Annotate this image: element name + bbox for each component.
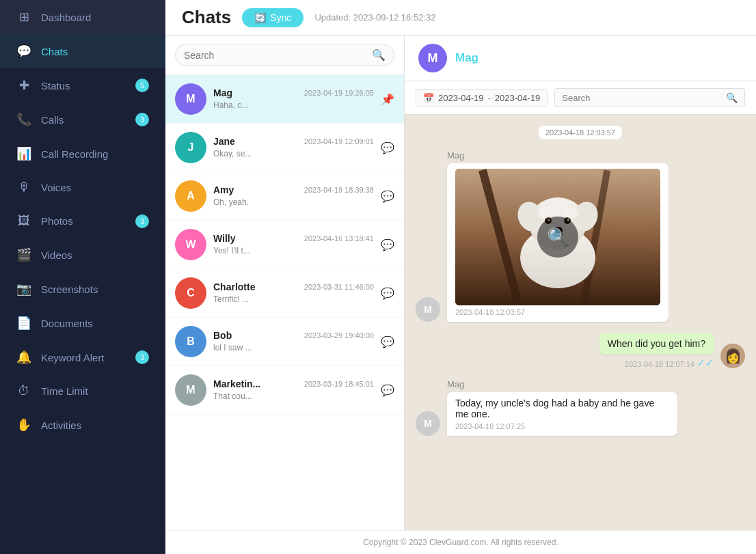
sidebar-item-label: Status (41, 80, 126, 92)
date-range-wrap: 📅 2023-04-19 - 2023-04-19 (416, 89, 548, 107)
avatar: M (175, 83, 206, 115)
message-icon: 💬 (381, 238, 394, 251)
message-sender: Mag (447, 379, 677, 389)
sidebar-item-label: Activities (41, 419, 149, 431)
message-bubble: When did you get him? (599, 333, 714, 355)
detail-search-wrap: 🔍 (554, 88, 745, 107)
sidebar-item-label: Time Limit (41, 385, 149, 397)
keyword-alert-icon: 🔔 (16, 350, 31, 365)
date-to: 2023-04-19 (495, 93, 541, 103)
calls-badge: 3 (135, 113, 149, 126)
chat-time: 2023-03-19 18:45:01 (304, 380, 374, 388)
sidebar-item-time-limit[interactable]: ⏱ Time Limit (0, 374, 165, 408)
videos-icon: 🎬 (16, 247, 31, 262)
filter-bar: 📅 2023-04-19 - 2023-04-19 🔍 (405, 81, 756, 115)
chat-info: Bob 2023-03-29 19:40:00 lol I saw ... (213, 330, 374, 353)
calendar-icon: 📅 (423, 93, 434, 103)
sidebar-item-documents[interactable]: 📄 Documents (0, 306, 165, 340)
list-item[interactable]: A Amy 2023-04-19 18:39:38 Oh, yeah. 💬 (165, 172, 404, 221)
chat-time: 2023-04-19 18:39:38 (304, 186, 374, 194)
sidebar-item-screenshots[interactable]: 📷 Screenshots (0, 272, 165, 306)
chat-name: Jane (213, 136, 235, 147)
sidebar-item-activities[interactable]: ✋ Activities (0, 408, 165, 442)
photos-icon: 🖼 (16, 214, 31, 228)
list-item[interactable]: M Marketin... 2023-03-19 18:45:01 That c… (165, 366, 404, 415)
copyright-text: Copyright © 2023 ClevGuard.com. All righ… (363, 538, 558, 547)
sidebar-item-keyword-alert[interactable]: 🔔 Keyword Alert 3 (0, 340, 165, 374)
chat-detail-name: Mag (455, 51, 478, 65)
message-icon: 💬 (381, 287, 394, 300)
chat-info: Marketin... 2023-03-19 18:45:01 That cou… (213, 378, 374, 402)
sidebar-item-calls[interactable]: 📞 Calls 3 (0, 102, 165, 137)
list-item[interactable]: M Mag 2023-04-19 19:26:05 Haha, c... 📌 (165, 75, 404, 124)
chat-search-input[interactable] (184, 50, 372, 61)
chat-time: 2023-04-16 13:18:41 (304, 234, 374, 243)
sidebar-item-chats[interactable]: 💬 Chats (0, 34, 165, 68)
sidebar-item-photos[interactable]: 🖼 Photos 3 (0, 204, 165, 238)
chat-name: Marketin... (213, 378, 260, 389)
avatar: J (175, 132, 206, 163)
status-icon: ✚ (16, 78, 31, 93)
search-icon: 🔍 (726, 92, 738, 103)
sync-button[interactable]: 🔄 Sync (242, 8, 303, 27)
messages-area: 2023-04-18 12:03:57 M Mag (405, 115, 756, 530)
chat-preview: Haha, c... (213, 100, 248, 110)
message-bubble: Today, my uncle's dog had a baby and he … (447, 392, 677, 436)
play-overlay[interactable]: 🔍 (455, 169, 660, 305)
message-timestamp: 2023-04-18 12:07:25 (455, 422, 669, 430)
chat-detail-panel: M Mag 📅 2023-04-19 - 2023-04-19 🔍 (405, 36, 756, 530)
play-button[interactable]: 🔍 (537, 217, 578, 258)
chat-list-panel: 🔍 M Mag 2023-04-19 19:26:05 (165, 36, 405, 530)
list-item[interactable]: B Bob 2023-03-29 19:40:00 lol I saw ... … (165, 318, 404, 366)
page-title: Chats (182, 7, 231, 28)
chat-name: Amy (213, 184, 234, 195)
detail-search-input[interactable] (562, 93, 722, 103)
chat-detail-avatar: M (418, 44, 447, 72)
message-content: When did you get him? 2023-04-18 12:07:1… (599, 333, 714, 368)
screenshots-icon: 📷 (16, 281, 31, 296)
sidebar-item-label: Documents (41, 318, 149, 329)
dashboard-icon: ⊞ (16, 10, 31, 25)
outgoing-avatar: 👩 (720, 344, 745, 368)
sidebar-item-dashboard[interactable]: ⊞ Dashboard (0, 0, 165, 34)
sidebar-item-label: Call Recording (41, 148, 149, 160)
date-from: 2023-04-19 (438, 93, 484, 103)
sidebar-item-label: Videos (41, 249, 149, 261)
message-text: Today, my uncle's dog had a baby and he … (455, 398, 669, 419)
sync-label: Sync (270, 12, 291, 23)
chat-preview: Oh, yeah. (213, 197, 249, 207)
sidebar-item-videos[interactable]: 🎬 Videos (0, 238, 165, 272)
top-header: Chats 🔄 Sync Updated: 2023-09-12 16:52:3… (165, 0, 756, 36)
message-content: Mag Today, my uncle's dog had a baby and… (447, 379, 677, 436)
message-avatar: M (416, 411, 440, 436)
message-icon: 💬 (381, 141, 394, 154)
sidebar-item-voices[interactable]: 🎙 Voices (0, 171, 165, 204)
search-icon: 🔍 (547, 227, 569, 248)
main-content: Chats 🔄 Sync Updated: 2023-09-12 16:52:3… (165, 0, 756, 554)
chat-time: 2023-03-31 11:46:00 (304, 283, 374, 291)
chats-icon: 💬 (16, 44, 31, 59)
chat-preview: lol I saw ... (213, 343, 252, 352)
list-item[interactable]: C Charlotte 2023-03-31 11:46:00 Terrific… (165, 269, 404, 318)
updated-timestamp: Updated: 2023-09-12 16:52:32 (314, 12, 435, 23)
message-content: Mag (447, 150, 669, 322)
chat-name: Mag (213, 87, 232, 98)
chat-name: Charlotte (213, 281, 255, 292)
sidebar-item-label: Screenshots (41, 283, 149, 295)
chat-detail-header: M Mag (405, 36, 756, 81)
avatar: M (175, 374, 206, 406)
message-sender: Mag (447, 150, 669, 161)
list-item[interactable]: W Willy 2023-04-16 13:18:41 Yes! I'll t.… (165, 221, 404, 269)
calls-icon: 📞 (16, 112, 31, 127)
search-icon: 🔍 (372, 49, 386, 61)
footer: Copyright © 2023 ClevGuard.com. All righ… (165, 530, 756, 554)
message-bubble: 🔍 2023-04-18 12:03:57 (447, 163, 669, 322)
chat-info: Jane 2023-04-19 12:09:01 Okay, se... (213, 136, 374, 159)
call-recording-icon: 📊 (16, 146, 31, 161)
sidebar-item-call-recording[interactable]: 📊 Call Recording (0, 137, 165, 171)
sidebar-item-status[interactable]: ✚ Status 5 (0, 68, 165, 102)
message-icon: 💬 (381, 190, 394, 203)
list-item[interactable]: J Jane 2023-04-19 12:09:01 Okay, se... 💬 (165, 124, 404, 172)
message-icon: 💬 (381, 384, 394, 397)
content-area: 🔍 M Mag 2023-04-19 19:26:05 (165, 36, 756, 530)
